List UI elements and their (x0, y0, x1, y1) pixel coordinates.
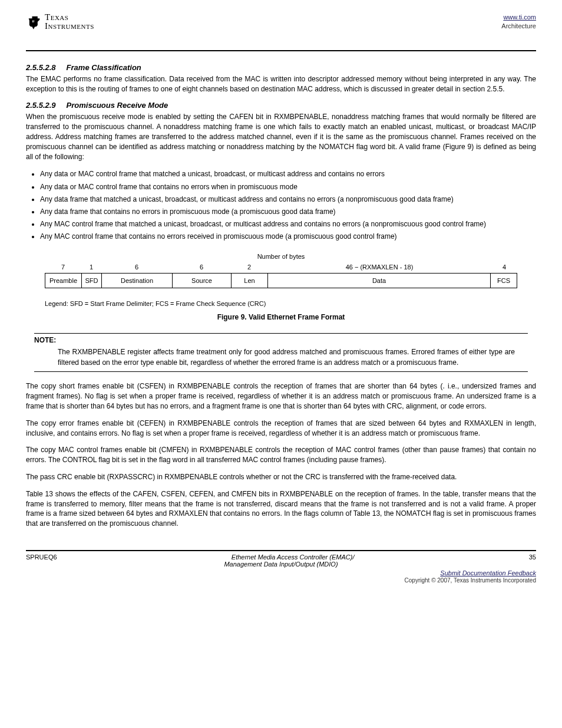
byte-count: 7 (45, 262, 81, 272)
body-paragraph: The copy error frames enable bit (CEFEN)… (26, 419, 536, 439)
section-number: 2.5.5.2.8 (26, 63, 56, 72)
note-block: NOTE: The RXMBPENABLE register affects f… (34, 333, 528, 372)
body-paragraph: The copy MAC control frames enable bit (… (26, 445, 536, 465)
byte-count: 1 (81, 262, 101, 272)
header-right: www.ti.com Architecture (501, 13, 536, 31)
figure-legend: Legend: SFD = Start Frame Delimiter; FCS… (45, 300, 517, 307)
note-text: The RXMBPENABLE register affects frame t… (58, 347, 515, 368)
ti-chip-icon: ti (26, 14, 42, 30)
section-title: Frame Classification (67, 63, 141, 72)
byte-count: 4 (491, 262, 517, 272)
logo-text-1: Texas (45, 13, 94, 22)
body-paragraph: The copy short frames enable bit (CSFEN)… (26, 381, 536, 411)
figure-byte-header: Number of bytes (45, 253, 517, 260)
footer-copyright: Copyright © 2007, Texas Instruments Inco… (26, 577, 536, 584)
figure-frame-format: Number of bytes 7 1 6 6 2 46 − (RXMAXLEN… (45, 253, 517, 321)
frame-fields-row: Preamble SFD Destination Source Len Data… (45, 273, 517, 288)
byte-count: 2 (231, 262, 267, 272)
header-section-title: Architecture (501, 22, 536, 29)
list-item: Any data frame that contains no errors i… (40, 206, 536, 218)
svg-text:ti: ti (32, 19, 35, 23)
page-footer: SPRUEQ6 Ethernet Media Access Controller… (26, 550, 536, 584)
header-link[interactable]: www.ti.com (503, 14, 536, 21)
frame-field: Source (173, 274, 232, 288)
body-paragraph: The pass CRC enable bit (RXPASSCRC) in R… (26, 472, 536, 482)
footer-doc-id: SPRUEQ6 (26, 554, 57, 561)
note-label: NOTE: (34, 336, 528, 344)
footer-page-number: 35 (529, 554, 536, 561)
frame-field: Preamble (45, 274, 82, 288)
figure-caption: Figure 9. Valid Ethernet Frame Format (45, 313, 517, 321)
byte-count: 6 (172, 262, 231, 272)
list-item: Any data or MAC control frame that conta… (40, 182, 536, 193)
section-paragraph: The EMAC performs no frame classificatio… (26, 74, 536, 94)
logo-text-2: Instruments (45, 22, 94, 31)
list-item: Any data frame that matched a unicast, b… (40, 194, 536, 205)
note-rule-top (34, 333, 528, 334)
list-item: Any MAC control frame that contains no e… (40, 231, 536, 242)
frame-field: SFD (82, 274, 102, 288)
frame-field: Data (268, 274, 491, 288)
footer-title-1: Ethernet Media Access Controller (EMAC)/ (232, 554, 355, 561)
note-rule-bottom (34, 371, 528, 372)
byte-count: 6 (101, 262, 172, 272)
section-paragraph: When the promiscuous receive mode is ena… (26, 112, 536, 162)
body-paragraph: Table 13 shows the effects of the CAFEN,… (26, 489, 536, 529)
byte-count: 46 − (RXMAXLEN - 18) (267, 262, 491, 272)
section-number: 2.5.5.2.9 (26, 101, 56, 110)
frame-field: Destination (102, 274, 173, 288)
list-item: Any data or MAC control frame that match… (40, 169, 536, 180)
footer-title-2: Management Data Input/Output (MDIO) (26, 561, 536, 568)
list-item: Any MAC control frame that matched a uni… (40, 219, 536, 230)
frame-field: FCS (491, 274, 517, 288)
page-header: ti Texas Instruments www.ti.com Architec… (26, 13, 536, 50)
footer-feedback-link[interactable]: Submit Documentation Feedback (440, 569, 536, 577)
section-title: Promiscuous Receive Mode (67, 101, 168, 110)
ti-logo: ti Texas Instruments (26, 13, 94, 31)
bullet-list: Any data or MAC control frame that match… (40, 169, 536, 242)
frame-field: Len (232, 274, 268, 288)
